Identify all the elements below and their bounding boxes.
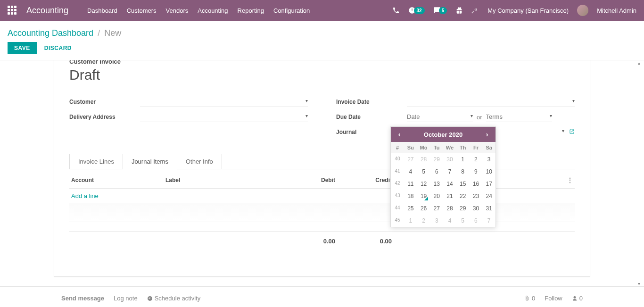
calendar-day[interactable]: 27 xyxy=(430,202,443,215)
top-navbar: Accounting Dashboard Customers Vendors A… xyxy=(0,0,644,21)
calendar-day[interactable]: 19 xyxy=(417,190,430,202)
scrollbar[interactable]: ▴▾ xyxy=(637,60,644,286)
app-brand[interactable]: Accounting xyxy=(26,6,68,16)
calendar-day[interactable]: 5 xyxy=(417,166,430,178)
calendar-weeknum: 45 xyxy=(391,215,404,227)
calendar-day[interactable]: 21 xyxy=(443,190,456,202)
calendar-title: October 2020 xyxy=(424,131,462,138)
calendar-day[interactable]: 17 xyxy=(482,178,495,190)
menu-customers[interactable]: Customers xyxy=(127,7,157,14)
calendar-day[interactable]: 27 xyxy=(404,153,417,166)
send-message-button[interactable]: Send message xyxy=(61,295,104,302)
calendar-day[interactable]: 9 xyxy=(470,166,483,178)
calendar-day[interactable]: 28 xyxy=(417,153,430,166)
discard-button[interactable]: DISCARD xyxy=(44,45,72,51)
apps-icon[interactable] xyxy=(8,6,17,15)
calendar-day[interactable]: 25 xyxy=(404,202,417,215)
calendar-day[interactable]: 15 xyxy=(456,178,470,190)
calendar-day[interactable]: 10 xyxy=(482,166,495,178)
user-avatar[interactable] xyxy=(577,5,588,16)
customer-field[interactable]: ▾ xyxy=(140,97,308,107)
calendar-day[interactable]: 23 xyxy=(470,190,483,202)
external-link-icon[interactable] xyxy=(569,129,575,136)
calendar-day[interactable]: 6 xyxy=(430,166,443,178)
tab-other-info[interactable]: Other Info xyxy=(177,154,222,169)
calendar-day[interactable]: 3 xyxy=(482,153,495,166)
caret-icon[interactable]: ▾ xyxy=(305,113,308,118)
caret-icon[interactable]: ▾ xyxy=(305,98,308,103)
tab-invoice-lines[interactable]: Invoice Lines xyxy=(69,154,123,169)
breadcrumb-current: New xyxy=(104,28,121,38)
menu-vendors[interactable]: Vendors xyxy=(166,7,189,14)
calendar-day[interactable]: 6 xyxy=(470,215,483,227)
calendar-day[interactable]: 22 xyxy=(456,190,470,202)
col-label: Label xyxy=(165,177,279,183)
calendar-day[interactable]: 1 xyxy=(456,153,470,166)
calendar-day[interactable]: 30 xyxy=(443,153,456,166)
calendar-dayhead: Tu xyxy=(430,142,443,153)
calendar-day[interactable]: 2 xyxy=(470,153,483,166)
calendar-next-icon[interactable]: › xyxy=(483,131,491,138)
calendar-day[interactable]: 28 xyxy=(443,202,456,215)
save-button[interactable]: SAVE xyxy=(8,42,37,54)
calendar-day[interactable]: 7 xyxy=(482,215,495,227)
breadcrumb-root[interactable]: Accounting Dashboard xyxy=(8,28,93,38)
menu-accounting[interactable]: Accounting xyxy=(198,7,228,14)
calendar-day[interactable]: 4 xyxy=(443,215,456,227)
calendar-day[interactable]: 11 xyxy=(404,178,417,190)
calendar-day[interactable]: 12 xyxy=(417,178,430,190)
followers-button[interactable]: 0 xyxy=(572,295,583,302)
calendar-day[interactable]: 26 xyxy=(417,202,430,215)
calendar-day[interactable]: 13 xyxy=(430,178,443,190)
caret-icon[interactable]: ▾ xyxy=(550,113,552,118)
document-status: Draft xyxy=(69,67,575,83)
col-credit: Credit xyxy=(335,177,392,183)
calendar-day[interactable]: 4 xyxy=(404,166,417,178)
user-name[interactable]: Mitchell Admin xyxy=(597,7,636,14)
invoice-date-field[interactable]: ▾ xyxy=(407,97,575,107)
gift-icon[interactable] xyxy=(455,7,463,14)
messages-icon[interactable]: 5 xyxy=(433,7,447,14)
calendar-day[interactable]: 29 xyxy=(456,202,470,215)
phone-icon[interactable] xyxy=(392,7,400,14)
calendar-day[interactable]: 3 xyxy=(430,215,443,227)
caret-icon[interactable]: ▾ xyxy=(471,113,473,118)
calendar-day[interactable]: 8 xyxy=(456,166,470,178)
schedule-activity-button[interactable]: Schedule activity xyxy=(147,295,201,302)
caret-icon[interactable]: ▾ xyxy=(562,128,564,133)
calendar-day[interactable]: 16 xyxy=(470,178,483,190)
calendar-day[interactable]: 24 xyxy=(482,190,495,202)
calendar-weeknum: 40 xyxy=(391,153,404,166)
tools-icon[interactable] xyxy=(471,7,479,14)
log-note-button[interactable]: Log note xyxy=(114,295,138,302)
activity-icon[interactable]: 32 xyxy=(408,7,425,14)
menu-dashboard[interactable]: Dashboard xyxy=(87,7,117,14)
tab-journal-items[interactable]: Journal Items xyxy=(123,154,177,169)
calendar-day[interactable]: 31 xyxy=(482,202,495,215)
attachments-button[interactable]: 0 xyxy=(524,295,535,302)
calendar-day[interactable]: 30 xyxy=(470,202,483,215)
menu-configuration[interactable]: Configuration xyxy=(273,7,310,14)
calendar-prev-icon[interactable]: ‹ xyxy=(396,131,403,138)
calendar-day[interactable]: 5 xyxy=(456,215,470,227)
delivery-field[interactable]: ▾ xyxy=(140,112,308,122)
calendar-day[interactable]: 14 xyxy=(443,178,456,190)
calendar-day[interactable]: 29 xyxy=(430,153,443,166)
column-options-icon[interactable]: ⋮ xyxy=(563,177,573,183)
messages-badge: 5 xyxy=(439,7,447,14)
terms-field[interactable]: ▾ xyxy=(486,112,552,122)
calendar-day[interactable]: 18 xyxy=(404,190,417,202)
company-switcher[interactable]: My Company (San Francisco) xyxy=(487,7,569,14)
due-date-field[interactable]: ▾ xyxy=(407,112,473,122)
menu-reporting[interactable]: Reporting xyxy=(238,7,264,14)
col-debit: Debit xyxy=(279,177,335,183)
caret-icon[interactable]: ▾ xyxy=(572,98,575,103)
calendar-day[interactable]: 2 xyxy=(417,215,430,227)
follow-button[interactable]: Follow xyxy=(545,295,562,302)
calendar-day[interactable]: 7 xyxy=(443,166,456,178)
add-line-button[interactable]: Add a line xyxy=(71,192,165,199)
calendar-day[interactable]: 1 xyxy=(404,215,417,227)
activity-badge: 32 xyxy=(414,7,425,14)
col-account: Account xyxy=(71,177,165,183)
calendar-day[interactable]: 20 xyxy=(430,190,443,202)
